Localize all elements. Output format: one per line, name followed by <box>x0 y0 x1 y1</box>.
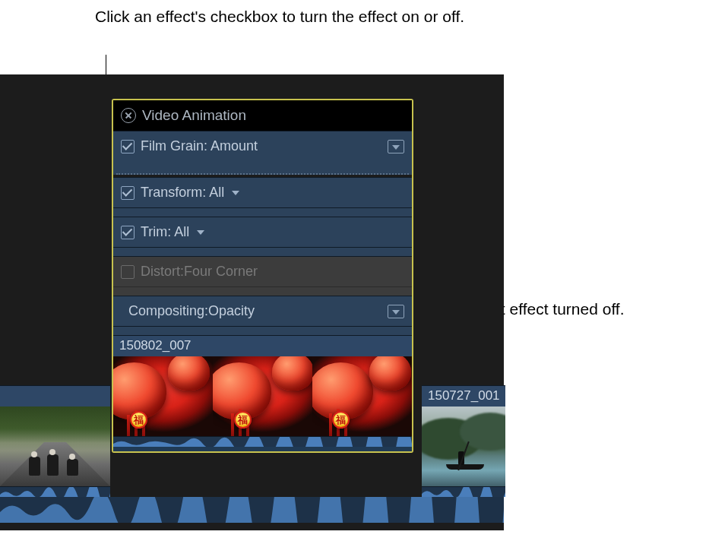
effect-checkbox[interactable] <box>121 140 135 153</box>
timeline-clip-left[interactable] <box>0 385 110 497</box>
clip-title-bar: 150727_001 <box>422 385 505 407</box>
chevron-down-icon[interactable] <box>197 230 204 235</box>
callout-checkbox-hint: Click an effect's checkbox to turn the e… <box>95 6 464 27</box>
close-icon[interactable] <box>121 108 136 123</box>
expand-icon[interactable] <box>388 305 404 318</box>
effect-row-distort[interactable]: Distort:Four Corner <box>113 256 412 296</box>
effect-label: Compositing:Opacity <box>128 303 255 319</box>
clip-thumbnail: 福 <box>113 356 213 436</box>
effect-row-compositing[interactable]: Compositing:Opacity <box>113 296 412 335</box>
clip-thumbnail <box>0 407 110 486</box>
effect-row-transform[interactable]: Transform: All <box>113 177 412 217</box>
timeline-clip-right[interactable]: 150727_001 <box>422 385 505 497</box>
clip-footer-band <box>113 447 412 451</box>
effect-label: Transform: All <box>141 185 224 201</box>
effect-checkbox[interactable] <box>121 226 135 239</box>
effect-label: Distort:Four Corner <box>141 264 258 280</box>
clip-filmstrip[interactable]: 福 福 福 <box>113 356 412 436</box>
effect-checkbox[interactable] <box>121 186 135 200</box>
keyframe-lane[interactable] <box>113 286 412 296</box>
clip-audio-waveform <box>113 436 412 447</box>
keyframe-lane[interactable] <box>113 247 412 256</box>
clip-title-bar: 150802_007 <box>113 335 412 356</box>
expand-icon[interactable] <box>388 140 404 153</box>
clip-title-bar <box>0 385 110 407</box>
effect-row-trim[interactable]: Trim: All <box>113 217 412 256</box>
timeline-audio-track <box>0 497 504 523</box>
video-animation-panel: Video Animation Film Grain: Amount Trans… <box>112 99 413 453</box>
clip-audio-waveform <box>422 486 505 497</box>
panel-title: Video Animation <box>142 107 246 124</box>
clip-thumbnail: 福 <box>213 356 312 436</box>
keyframe-lane[interactable] <box>113 326 412 335</box>
clip-audio-waveform <box>0 486 110 497</box>
keyframe-lane[interactable] <box>116 161 409 175</box>
effect-checkbox[interactable] <box>121 265 135 279</box>
chevron-down-icon[interactable] <box>232 191 239 195</box>
panel-header: Video Animation <box>113 100 412 131</box>
clip-thumbnail <box>422 407 505 486</box>
keyframe-lane[interactable] <box>113 207 412 217</box>
effect-row-film-grain[interactable]: Film Grain: Amount <box>113 131 412 175</box>
effect-label: Film Grain: Amount <box>141 138 258 154</box>
effect-label: Trim: All <box>141 224 189 240</box>
clip-thumbnail: 福 <box>312 356 412 436</box>
